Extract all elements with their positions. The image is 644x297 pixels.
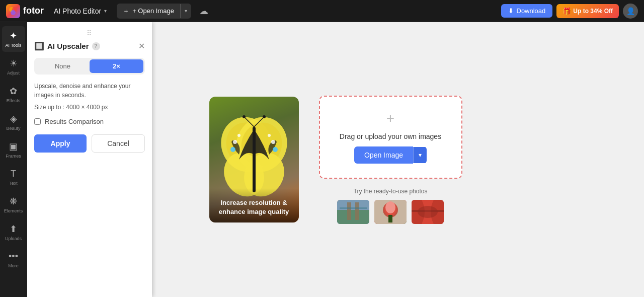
svg-point-32 [418,206,438,218]
panel-title: AI Upscaler [47,42,89,50]
app-title-label: AI Photo Editor [54,7,101,15]
main-layout: ✦ AI Tools ☀ Adjust ✿ Effects ◈ Beauty ▣… [0,22,644,297]
svg-point-12 [268,134,271,137]
sidebar-item-text[interactable]: T Text [2,165,25,190]
svg-point-29 [385,201,395,213]
svg-point-10 [237,134,240,137]
panel-description: Upscale, denoise and enhance your images… [34,82,145,100]
svg-point-14 [273,147,278,152]
drag-dots-icon: ⠿ [87,29,93,37]
sidebar-item-effects[interactable]: ✿ Effects [2,82,25,107]
topbar-right: ⬇ Download 🎁 Up to 34% Off 👤 [501,4,638,19]
ai-tools-icon: ✦ [10,30,17,41]
panel-size-label: Size up to : 4000 × 4000 px [34,104,145,111]
thumbnail-3[interactable] [412,200,444,224]
open-image-dropdown-button[interactable]: ▾ [181,5,191,17]
sidebar-item-uploads[interactable]: ⬆ Uploads [2,219,25,245]
text-icon: T [11,169,16,179]
sidebar-item-beauty[interactable]: ◈ Beauty [2,109,25,135]
thumbnail-row [337,200,444,224]
panel-title-row: 🔲 AI Upscaler ? ✕ [34,41,145,51]
open-image-button-group: Open Image ▾ [354,146,427,164]
svg-rect-23 [355,202,359,220]
offer-button[interactable]: 🎁 Up to 34% Off [556,4,619,18]
gift-icon: 🎁 [562,7,571,15]
upscaler-tool-icon: 🔲 [34,41,44,51]
chevron-down-icon: ▾ [104,8,107,14]
sidebar-item-adjust[interactable]: ☀ Adjust [2,54,25,80]
sample-caption: Increase resolution & enhance image qual… [209,188,299,222]
sidebar: ✦ AI Tools ☀ Adjust ✿ Effects ◈ Beauty ▣… [0,22,27,297]
svg-rect-21 [337,210,369,224]
svg-point-9 [233,140,237,144]
svg-rect-22 [347,202,351,220]
svg-rect-24 [340,207,367,209]
more-icon: ••• [9,251,18,262]
open-image-button[interactable]: ＋ + Open Image ▾ [117,4,191,19]
thumbnail-1[interactable] [337,200,369,224]
svg-point-19 [263,115,266,118]
toggle-none-button[interactable]: None [36,59,90,73]
results-comparison-row: Results Comparison [34,118,145,125]
upload-section: + Drag or upload your own images Open Im… [319,96,462,224]
panel-drag-handle[interactable]: ⠿ [34,29,145,37]
sample-card[interactable]: Increase resolution & enhance image qual… [209,97,299,222]
download-button[interactable]: ⬇ Download [501,4,553,18]
svg-point-2 [11,10,16,15]
adjust-icon: ☀ [10,58,18,69]
toggle-2x-button[interactable]: 2× [90,59,143,73]
logo-text: fotor [23,6,44,16]
avatar-icon: 👤 [626,7,635,15]
download-icon: ⬇ [508,7,514,15]
plus-icon: ＋ [123,7,129,16]
upload-text: Drag or upload your own images [340,132,441,140]
results-comparison-checkbox[interactable] [34,118,41,125]
open-image-main-button[interactable]: ＋ + Open Image [117,4,180,19]
svg-point-11 [271,140,275,144]
thumbnail-2[interactable] [374,200,407,224]
beauty-icon: ◈ [10,113,17,124]
svg-point-13 [230,147,235,152]
topbar: fotor AI Photo Editor ▾ ＋ + Open Image ▾… [0,0,644,22]
open-image-main-btn[interactable]: Open Image [354,146,413,164]
svg-rect-15 [253,127,256,192]
logo: fotor [6,4,44,18]
results-comparison-label[interactable]: Results Comparison [45,118,104,125]
upload-plus-icon: + [386,110,394,126]
sidebar-item-frames[interactable]: ▣ Frames [2,137,25,163]
sidebar-item-more[interactable]: ••• More [2,247,25,272]
svg-point-18 [243,115,246,118]
apply-button[interactable]: Apply [34,134,87,153]
svg-rect-28 [388,215,392,222]
frames-icon: ▣ [9,141,18,152]
upload-box[interactable]: + Drag or upload your own images Open Im… [319,96,462,179]
panel-title-left: 🔲 AI Upscaler ? [34,41,100,51]
elements-icon: ❋ [10,196,17,207]
action-buttons: Apply Cancel [34,134,145,153]
uploads-icon: ⬆ [10,224,17,235]
sidebar-item-elements[interactable]: ❋ Elements [2,192,25,217]
ready-photos-label: Try the ready-to-use photos [354,188,428,195]
upscale-toggle: None 2× [34,58,145,75]
effects-icon: ✿ [10,86,17,97]
cancel-button[interactable]: Cancel [92,134,145,153]
sidebar-item-ai-tools[interactable]: ✦ AI Tools [2,26,25,52]
avatar[interactable]: 👤 [623,4,638,19]
ai-upscaler-panel: ⠿ 🔲 AI Upscaler ? ✕ None 2× Upscale, den… [27,22,152,297]
cloud-button[interactable]: ☁ [199,6,208,17]
logo-icon [6,4,20,18]
app-title-button[interactable]: AI Photo Editor ▾ [50,5,111,17]
info-icon[interactable]: ? [92,42,100,50]
panel-close-button[interactable]: ✕ [138,41,145,51]
open-image-dropdown-btn[interactable]: ▾ [413,147,427,163]
